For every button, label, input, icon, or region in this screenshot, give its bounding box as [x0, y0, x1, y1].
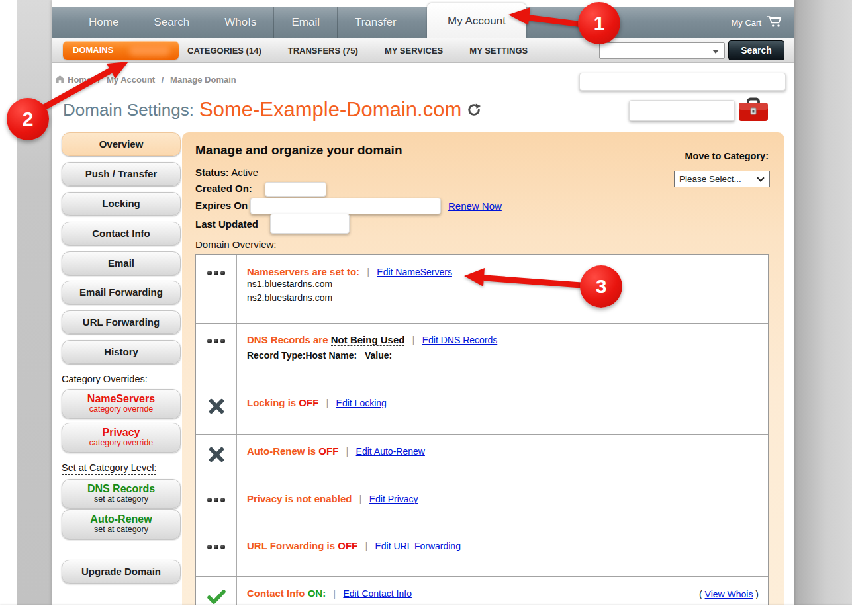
- sidebar-item-push-transfer[interactable]: Push / Transfer: [62, 162, 181, 186]
- sidebar-item-upgrade-domain[interactable]: Upgrade Domain: [62, 560, 181, 584]
- status-line: Status: Active: [195, 167, 258, 178]
- category-title: Auto-Renew: [62, 513, 180, 525]
- subnav-tab-transfers[interactable]: TRANSFERS (75): [288, 46, 358, 56]
- section-heading: Manage and organize your domain: [195, 143, 402, 157]
- override-title: Privacy: [62, 426, 180, 439]
- view-whois-wrap: ( View Whois ): [699, 589, 759, 599]
- override-subtitle: category override: [62, 439, 180, 447]
- redacted-value-box: [629, 100, 735, 121]
- row-status: OFF: [299, 397, 318, 408]
- sidebar-item-history[interactable]: History: [62, 340, 181, 364]
- nav-tab-home[interactable]: Home: [71, 7, 136, 38]
- redacted-value-box: [579, 73, 786, 91]
- category-title: DNS Records: [62, 482, 180, 495]
- cart-icon: [767, 15, 782, 30]
- row-title: Contact Info: [247, 588, 305, 599]
- bottom-gutter: [0, 605, 852, 616]
- x-icon: [196, 435, 237, 482]
- nav-tab-search[interactable]: Search: [136, 7, 207, 38]
- breadcrumb-trail: Home / My Account / Manage Domain: [68, 75, 240, 85]
- row-title: Auto-Renew is: [247, 445, 316, 457]
- browser-page: Home Search WhoIs Email Transfer SSL My …: [52, 0, 794, 605]
- category-level-heading: Set at Category Level:: [62, 462, 156, 473]
- chevron-down-icon: [712, 50, 719, 54]
- home-icon: [56, 74, 64, 86]
- override-title: NameServers: [62, 392, 180, 405]
- table-row-auto-renew: Auto-Renew is OFF | Edit Auto-Renew: [196, 434, 768, 482]
- nameserver-1: ns1.bluestardns.com: [247, 277, 768, 291]
- row-title: Nameservers are set to:: [247, 266, 359, 277]
- updated-line: Last Updated: [195, 218, 258, 230]
- check-icon: [196, 577, 237, 605]
- subnav-tab-my-settings[interactable]: MY SETTINGS: [469, 46, 528, 56]
- sidebar-item-email-forwarding[interactable]: Email Forwarding: [62, 281, 181, 304]
- row-status: ON:: [308, 588, 326, 599]
- search-button[interactable]: Search: [728, 40, 784, 60]
- breadcrumb-separator: /: [98, 75, 101, 85]
- sidebar-item-contact-info[interactable]: Contact Info: [62, 222, 181, 245]
- subnav-links: CATEGORIES (14) TRANSFERS (75) MY SERVIC…: [187, 38, 528, 63]
- edit-privacy-link[interactable]: Edit Privacy: [369, 494, 418, 504]
- sidebar-item-overview[interactable]: Overview: [62, 132, 181, 156]
- chevron-down-icon: [757, 174, 764, 181]
- search-domain-combobox[interactable]: [599, 42, 725, 59]
- left-gutter: [17, 0, 52, 605]
- nameserver-2: ns2.bluestardns.com: [247, 291, 768, 305]
- right-gutter: [794, 0, 852, 605]
- edit-locking-link[interactable]: Edit Locking: [336, 398, 387, 408]
- sub-navbar: DOMAINS CATEGORIES (14) TRANSFERS (75) M…: [52, 38, 794, 63]
- toolbox-icon[interactable]: [737, 95, 770, 126]
- table-row-locking: Locking is OFF | Edit Locking: [196, 386, 768, 434]
- dots-icon: [196, 529, 237, 576]
- sidebar-item-privacy-override[interactable]: Privacy category override: [62, 423, 181, 453]
- edit-dns-records-link[interactable]: Edit DNS Records: [422, 335, 498, 345]
- page-title-prefix: Domain Settings:: [63, 100, 194, 120]
- my-cart-label: My Cart: [732, 18, 762, 28]
- nav-tab-whois[interactable]: WhoIs: [207, 7, 273, 38]
- edit-url-forwarding-link[interactable]: Edit URL Forwarding: [375, 541, 461, 551]
- screenshot-canvas: Home Search WhoIs Email Transfer SSL My …: [0, 0, 852, 616]
- move-to-category-select[interactable]: Please Select...: [674, 171, 770, 187]
- refresh-icon[interactable]: [467, 103, 481, 120]
- x-icon: [196, 386, 237, 434]
- sidebar-item-auto-renew-category[interactable]: Auto-Renew set at category: [62, 509, 181, 539]
- subnav-tab-my-services[interactable]: MY SERVICES: [385, 46, 443, 56]
- table-row-nameservers: Nameservers are set to: | Edit NameServe…: [196, 255, 768, 323]
- breadcrumb-home[interactable]: Home: [68, 75, 91, 85]
- domain-overview-label: Domain Overview:: [195, 239, 277, 250]
- dots-icon: [196, 324, 237, 386]
- sidebar-item-url-forwarding[interactable]: URL Forwarding: [62, 310, 181, 334]
- domains-tab-label: DOMAINS: [73, 45, 113, 55]
- sidebar-item-email[interactable]: Email: [62, 251, 181, 275]
- row-title: URL Forwarding is: [247, 540, 335, 551]
- domain-overview-table: Nameservers are set to: | Edit NameServe…: [195, 254, 769, 605]
- renew-now-link[interactable]: Renew Now: [448, 200, 502, 212]
- nav-tab-my-account[interactable]: My Account: [427, 3, 526, 38]
- edit-auto-renew-link[interactable]: Edit Auto-Renew: [356, 446, 425, 457]
- domain-name: Some-Example-Domain.com: [199, 98, 461, 122]
- my-cart-button[interactable]: My Cart: [732, 7, 783, 38]
- dots-icon: [196, 482, 237, 529]
- dots-icon: [196, 255, 237, 323]
- view-whois-link[interactable]: View Whois: [705, 589, 753, 599]
- row-title: DNS Records are: [247, 334, 328, 345]
- nav-tab-transfer[interactable]: Transfer: [337, 7, 414, 38]
- table-row-dns-records: DNS Records are Not Being Used | Edit DN…: [196, 323, 768, 386]
- sidebar-item-nameservers-override[interactable]: NameServers category override: [62, 389, 181, 419]
- edit-contact-info-link[interactable]: Edit Contact Info: [343, 588, 412, 599]
- breadcrumb-manage-domain: Manage Domain: [170, 75, 236, 85]
- redacted-updated-date: [270, 214, 350, 234]
- edit-nameservers-link[interactable]: Edit NameServers: [377, 267, 452, 277]
- row-status: OFF: [338, 540, 357, 551]
- top-navbar: Home Search WhoIs Email Transfer SSL My …: [52, 7, 794, 38]
- row-title: Privacy is not enabled: [247, 493, 352, 504]
- breadcrumb-my-account[interactable]: My Account: [107, 75, 155, 85]
- sidebar-item-dns-records-category[interactable]: DNS Records set at category: [62, 479, 181, 509]
- subnav-tab-domains[interactable]: DOMAINS: [63, 41, 179, 60]
- redacted-expiry-date: [250, 198, 441, 214]
- nav-tab-email[interactable]: Email: [273, 7, 337, 38]
- sidebar-item-locking[interactable]: Locking: [62, 192, 181, 216]
- redacted-count-blur: [129, 45, 170, 56]
- category-subtitle: set at category: [62, 495, 180, 504]
- subnav-tab-categories[interactable]: CATEGORIES (14): [187, 46, 261, 56]
